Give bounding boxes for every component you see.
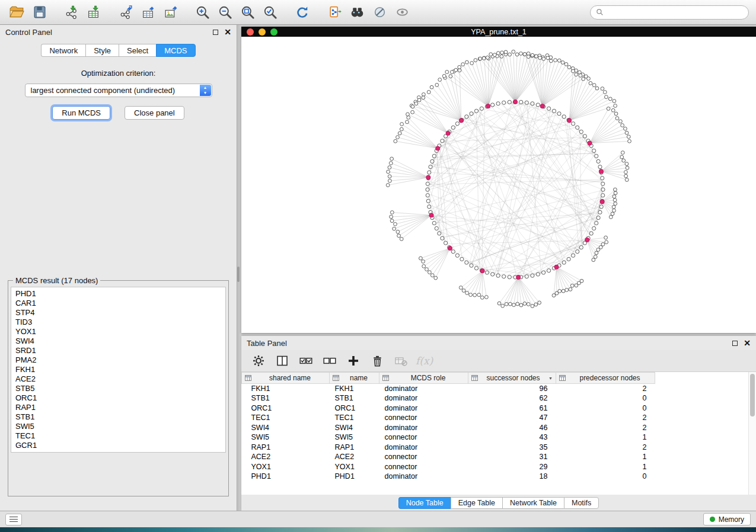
table-row[interactable]: TEC1TEC1connector472 — [242, 413, 655, 423]
import-network-icon[interactable] — [62, 3, 81, 22]
column-menu-arrow-icon[interactable]: ▼ — [548, 376, 553, 380]
memory-button[interactable]: Memory — [703, 513, 751, 525]
cell-name: STB1 — [330, 393, 379, 403]
select-stepper-icon: ▲▼ — [200, 85, 211, 96]
tab-network-table[interactable]: Network Table — [502, 497, 564, 509]
table-scrollbar[interactable] — [748, 372, 756, 495]
zoom-in-icon[interactable] — [193, 3, 212, 22]
clone-network-icon[interactable] — [325, 3, 344, 22]
delete-table-icon — [392, 352, 410, 370]
scrollbar-thumb[interactable] — [750, 374, 755, 416]
result-item[interactable]: FKH1 — [15, 365, 221, 374]
cell-shared_name: RAP1 — [242, 443, 330, 453]
column-header-successor-nodes[interactable]: successor nodes▼ — [468, 373, 556, 384]
memory-label: Memory — [719, 515, 744, 524]
result-item[interactable]: STP4 — [15, 308, 221, 318]
window-zoom-icon[interactable] — [270, 28, 277, 36]
close-table-panel-icon[interactable]: ✕ — [744, 339, 751, 347]
result-item[interactable]: STB1 — [15, 412, 221, 422]
search-network-icon[interactable] — [347, 3, 366, 22]
table-row[interactable]: ACE2ACE2connector311 — [242, 452, 655, 462]
cell-successors: 61 — [468, 403, 556, 414]
save-session-icon[interactable] — [30, 3, 49, 22]
float-panel-icon[interactable] — [213, 30, 218, 35]
result-item[interactable]: GCR1 — [15, 441, 221, 450]
window-minimize-icon[interactable] — [259, 28, 266, 36]
result-item[interactable]: TID3 — [15, 318, 221, 327]
cell-predecessors: 1 — [556, 432, 655, 443]
network-ring-nodes[interactable] — [426, 100, 605, 279]
mcds-result-list[interactable]: PHD1CAR1STP4TID3YOX1SWI4SRD1PMA2FKH1ACE2… — [11, 287, 226, 453]
table-row[interactable]: STB1STB1dominator620 — [242, 393, 655, 403]
tab-select[interactable]: Select — [119, 44, 156, 57]
split-columns-icon[interactable] — [273, 352, 291, 370]
panel-menu-icon[interactable] — [5, 514, 22, 525]
table-row[interactable]: RAP1RAP1dominator352 — [242, 443, 655, 453]
tab-edge-table[interactable]: Edge Table — [451, 497, 502, 509]
criterion-select[interactable]: largest connected component (undirected)… — [25, 84, 212, 97]
zoom-fit-icon[interactable] — [238, 3, 257, 22]
result-item[interactable]: SWI5 — [15, 422, 221, 431]
deselect-all-icon[interactable] — [321, 352, 339, 370]
close-panel-icon[interactable]: ✕ — [224, 28, 231, 36]
tab-style[interactable]: Style — [85, 44, 119, 57]
cell-successors: 35 — [468, 443, 556, 453]
export-table-icon[interactable] — [139, 3, 158, 22]
tab-network[interactable]: Network — [41, 44, 85, 57]
table-row[interactable]: PHD1PHD1dominator180 — [242, 472, 655, 482]
table-row[interactable]: FKH1FKH1dominator962 — [242, 384, 655, 394]
column-header-name[interactable]: name — [330, 373, 379, 384]
import-table-icon[interactable] — [84, 3, 103, 22]
cell-shared_name: YOX1 — [242, 462, 330, 472]
tab-motifs[interactable]: Motifs — [564, 497, 599, 509]
search-field[interactable] — [590, 5, 749, 20]
result-item[interactable]: YOX1 — [15, 327, 221, 336]
cell-role: dominator — [379, 393, 468, 403]
result-item[interactable]: ORC1 — [15, 393, 221, 403]
column-header-predecessor-nodes[interactable]: predecessor nodes — [556, 373, 655, 384]
open-file-icon[interactable] — [7, 3, 26, 22]
window-close-icon[interactable] — [247, 28, 254, 36]
show-hide-graphics-icon[interactable] — [393, 3, 412, 22]
column-header-shared-name[interactable]: shared name — [242, 373, 330, 384]
zoom-selected-icon[interactable] — [261, 3, 280, 22]
cell-shared_name: TEC1 — [242, 413, 330, 423]
cell-role: dominator — [379, 403, 468, 414]
result-item[interactable]: TEC1 — [15, 431, 221, 441]
result-item[interactable]: SRD1 — [15, 346, 221, 355]
tab-mcds[interactable]: MCDS — [156, 44, 195, 57]
tab-node-table[interactable]: Node Table — [398, 497, 451, 509]
float-table-panel-icon[interactable] — [732, 341, 738, 346]
table-row[interactable]: SWI4SWI4dominator462 — [242, 423, 655, 433]
result-item[interactable]: SWI4 — [15, 336, 221, 346]
result-item[interactable]: PMA2 — [15, 355, 221, 365]
network-canvas[interactable] — [241, 37, 756, 333]
result-item[interactable]: ACE2 — [15, 374, 221, 384]
toggle-graphics-details-icon[interactable] — [370, 3, 389, 22]
result-item[interactable]: CAR1 — [15, 299, 221, 308]
table-row[interactable]: ORC1ORC1dominator610 — [242, 403, 655, 414]
gear-icon[interactable] — [250, 352, 267, 370]
table-row[interactable]: YOX1YOX1connector291 — [242, 462, 655, 472]
result-item[interactable]: STB5 — [15, 384, 221, 393]
add-row-icon[interactable] — [344, 352, 362, 370]
refresh-layout-icon[interactable] — [293, 3, 312, 22]
result-item[interactable]: RAP1 — [15, 403, 221, 412]
result-item[interactable]: PHD1 — [15, 289, 221, 299]
close-panel-button[interactable]: Close panel — [125, 106, 184, 120]
export-network-icon[interactable] — [116, 3, 135, 22]
optimization-criterion-label: Optimization criterion: — [0, 69, 237, 78]
run-mcds-button[interactable]: Run MCDS — [52, 106, 110, 120]
delete-row-icon[interactable] — [368, 352, 386, 370]
cell-predecessors: 0 — [556, 393, 655, 403]
cell-successors: 31 — [468, 452, 556, 462]
search-input[interactable] — [607, 8, 743, 17]
zoom-out-icon[interactable] — [216, 3, 235, 22]
table-panel: Table Panel ✕ — [241, 336, 756, 511]
table-row[interactable]: SWI5SWI5connector431 — [242, 432, 655, 443]
export-image-icon[interactable] — [161, 3, 180, 22]
application-window: Control Panel ✕ NetworkStyleSelectMCDS O… — [0, 0, 756, 532]
column-header-mcds-role[interactable]: MCDS role — [379, 373, 468, 384]
vertical-splitter[interactable] — [237, 25, 240, 511]
select-all-icon[interactable] — [297, 352, 315, 370]
